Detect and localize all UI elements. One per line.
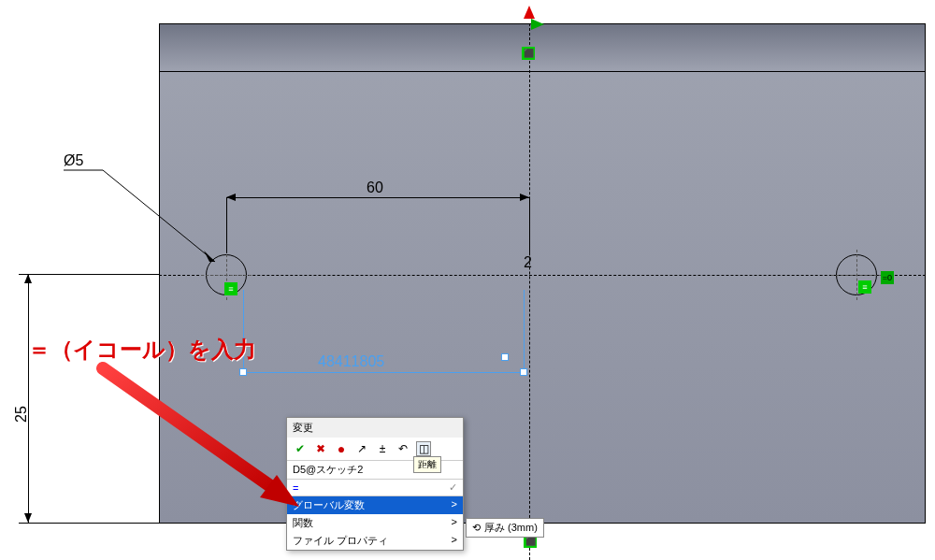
- cancel-icon[interactable]: ✖: [313, 441, 328, 456]
- annotation-arrow: [94, 359, 309, 518]
- dim-60-value[interactable]: 60: [367, 179, 383, 196]
- centerline-vertical: [529, 23, 530, 560]
- part-chamfer: [160, 24, 925, 71]
- dim-25-value[interactable]: 25: [13, 406, 30, 423]
- instruction-annotation: ＝（イコール）を入力: [28, 335, 256, 365]
- active-ext-line: [524, 290, 525, 372]
- dialog-title: 変更: [287, 418, 463, 438]
- dropdown-label: ファイル プロパティ: [293, 534, 388, 548]
- chevron-right-icon: >: [452, 498, 457, 512]
- tooltip: 距離: [413, 456, 441, 473]
- dimension-value-input[interactable]: = ✓: [287, 479, 463, 495]
- sketch-handle[interactable]: [520, 368, 527, 376]
- svg-marker-2: [204, 251, 215, 262]
- coincident-relation-icon[interactable]: ⬛: [522, 47, 535, 60]
- dropdown-item-functions[interactable]: 関数 >: [287, 514, 463, 532]
- flyout-label: 厚み (3mm): [484, 521, 538, 535]
- dim-60-line: [226, 197, 529, 198]
- distance-mode-icon[interactable]: ◫: [416, 441, 431, 456]
- link-icon: ⟲: [472, 522, 481, 534]
- sketch-handle[interactable]: [501, 353, 509, 361]
- chevron-right-icon: >: [452, 516, 457, 530]
- undo-icon[interactable]: ↶: [396, 441, 410, 456]
- dim-ext-line: [529, 197, 530, 253]
- dim-2-value[interactable]: 2: [524, 254, 532, 271]
- relation-eq-icon[interactable]: =0: [881, 271, 894, 284]
- input-accept-icon[interactable]: ✓: [449, 481, 457, 494]
- reverse-icon[interactable]: ↗: [354, 441, 369, 456]
- dropdown-item-global-vars[interactable]: グローバル変数 >: [287, 496, 463, 514]
- dropdown-item-file-props[interactable]: ファイル プロパティ >: [287, 532, 463, 550]
- part-top-edge: [160, 71, 925, 72]
- chevron-right-icon: >: [452, 534, 457, 548]
- diameter-leader-line: [56, 168, 243, 290]
- active-dim-ghost-value: 48411805: [318, 353, 384, 370]
- tolerance-icon[interactable]: ±: [375, 441, 390, 456]
- dim-ext-line: [19, 523, 168, 524]
- centerline-horizontal: [159, 275, 926, 276]
- equation-dropdown[interactable]: グローバル変数 > 関数 > ファイル プロパティ >: [287, 495, 463, 550]
- diameter-dimension-label[interactable]: Ø5: [64, 152, 83, 169]
- stoplight-icon[interactable]: ●: [334, 441, 349, 456]
- relation-badge-right[interactable]: ≡: [858, 280, 871, 294]
- modify-dimension-dialog[interactable]: 変更 ✔ ✖ ● ↗ ± ↶ ◫ D5@スケッチ2 = ✓ グローバル変数 > …: [286, 417, 464, 551]
- dropdown-label: 関数: [293, 516, 313, 530]
- global-variable-flyout[interactable]: ⟲ 厚み (3mm): [466, 518, 544, 538]
- svg-line-1: [103, 170, 215, 262]
- dim-25-line: [28, 274, 29, 523]
